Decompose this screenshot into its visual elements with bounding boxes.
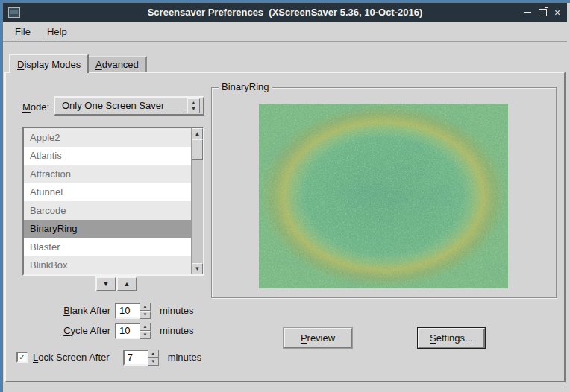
spin-up-icon: ▲ — [151, 351, 155, 355]
lock-screen-label: Lock Screen After — [33, 352, 110, 363]
list-item-selected[interactable]: BinaryRing — [24, 220, 191, 238]
list-item[interactable]: Atlantis — [24, 147, 191, 165]
check-icon: ✓ — [19, 353, 25, 361]
preview-button-label: Preview — [301, 332, 335, 344]
list-item[interactable]: BlinkBox — [24, 256, 191, 275]
cycle-after-row: Cycle After ▲ ▼ minutes — [16, 322, 194, 339]
spin-down-button[interactable]: ▼ — [140, 331, 151, 339]
list-move-buttons: ▼ ▲ — [95, 276, 137, 291]
close-icon: × — [554, 7, 560, 19]
tab-advanced[interactable]: Advanced — [87, 56, 147, 72]
spin-up-icon: ▲ — [143, 304, 148, 309]
preview-frame-label: BinaryRing — [219, 81, 272, 92]
list-item-label: Blaster — [30, 241, 60, 253]
lock-screen-input[interactable] — [123, 350, 148, 366]
list-item[interactable]: Barcode — [24, 201, 191, 220]
list-scrollbar[interactable]: ▲ ▼ — [191, 128, 203, 274]
up-arrow-icon: ▲ — [124, 280, 131, 288]
list-item-label: Atunnel — [30, 186, 63, 197]
settings-button-label: Settings... — [430, 332, 473, 344]
screensaver-rows: Apple2 Atlantis Attraction Atunnel Barco… — [24, 128, 191, 274]
spin-up-button[interactable]: ▲ — [140, 303, 151, 311]
tab-display-modes[interactable]: Display Modes — [9, 54, 89, 73]
spin-down-button[interactable]: ▼ — [148, 358, 159, 366]
lock-screen-spinbox: ▲ ▼ — [123, 350, 159, 366]
scrollbar-track[interactable] — [192, 160, 203, 263]
list-item-label: Atlantis — [30, 150, 62, 161]
tab-label: Display Modes — [17, 59, 81, 70]
tab-label: Advanced — [95, 59, 139, 70]
list-item-label: Apple2 — [30, 132, 60, 143]
blank-after-stepper: ▲ ▼ — [140, 303, 151, 319]
lock-screen-row: ✓ Lock Screen After ▲ ▼ minutes — [16, 349, 201, 366]
list-item-label: BinaryRing — [30, 223, 78, 234]
list-item[interactable]: Attraction — [24, 165, 191, 183]
mode-select[interactable]: Only One Screen Saver ▲ ▼ — [54, 96, 204, 116]
menu-item-help[interactable]: Help — [39, 24, 75, 39]
move-down-button[interactable]: ▼ — [95, 276, 116, 291]
screensaver-list: Apple2 Atlantis Attraction Atunnel Barco… — [22, 127, 204, 276]
display-modes-panel: Mode: Only One Screen Saver ▲ ▼ Apple2 A… — [4, 72, 566, 382]
restore-button[interactable] — [535, 5, 550, 20]
blank-after-label: Blank After — [16, 305, 110, 316]
xscreensaver-window: Screensaver Preferences (XScreenSaver 5.… — [0, 0, 570, 392]
spin-up-icon: ▲ — [143, 324, 148, 329]
list-item-label: BlinkBox — [30, 259, 68, 271]
blank-after-row: Blank After ▲ ▼ minutes — [16, 302, 194, 319]
lock-screen-checkbox[interactable]: ✓ — [16, 352, 28, 363]
scroll-down-icon: ▼ — [195, 265, 201, 272]
scrollbar-thumb[interactable] — [192, 139, 203, 160]
chevron-down-icon: ▼ — [191, 106, 196, 112]
blank-after-input[interactable] — [115, 303, 140, 319]
list-item-label: Barcode — [30, 205, 66, 216]
cycle-after-input[interactable] — [115, 323, 140, 339]
move-up-button[interactable]: ▲ — [116, 276, 137, 291]
list-item[interactable]: Apple2 — [24, 128, 191, 147]
restore-icon — [539, 9, 547, 16]
spin-up-button[interactable]: ▲ — [140, 323, 151, 331]
preview-button[interactable]: Preview — [284, 328, 352, 348]
titlebar: Screensaver Preferences (XScreenSaver 5.… — [3, 3, 567, 22]
lock-screen-stepper: ▲ ▼ — [148, 350, 159, 366]
list-item[interactable]: Atunnel — [24, 183, 191, 202]
mode-select-value: Only One Screen Saver — [60, 99, 184, 113]
minimize-icon — [524, 12, 531, 13]
scroll-up-button[interactable]: ▲ — [192, 128, 203, 139]
preview-frame: BinaryRing — [211, 87, 557, 298]
cycle-after-label: Cycle After — [16, 325, 110, 336]
spin-down-icon: ▼ — [143, 312, 148, 317]
chevron-up-icon: ▲ — [191, 100, 196, 106]
settings-button[interactable]: Settings... — [418, 328, 485, 348]
spin-down-icon: ▼ — [143, 332, 148, 337]
scroll-down-button[interactable]: ▼ — [192, 263, 203, 274]
preview-image — [259, 104, 508, 288]
window-controls: × — [520, 3, 565, 22]
list-item[interactable]: Blaster — [24, 238, 191, 256]
menu-item-file[interactable]: File — [7, 24, 39, 39]
close-button[interactable]: × — [550, 5, 565, 20]
spin-up-button[interactable]: ▲ — [148, 350, 159, 358]
blank-after-spinbox: ▲ ▼ — [115, 303, 151, 319]
spin-down-button[interactable]: ▼ — [140, 311, 151, 319]
mode-select-stepper: ▲ ▼ — [187, 98, 200, 113]
cycle-after-spinbox: ▲ ▼ — [115, 323, 151, 339]
mode-label: Mode: — [22, 101, 49, 113]
scroll-up-icon: ▲ — [195, 130, 201, 137]
cycle-after-stepper: ▲ ▼ — [140, 323, 151, 339]
spin-down-icon: ▼ — [151, 359, 155, 364]
list-item-label: Attraction — [30, 168, 71, 180]
down-arrow-icon: ▼ — [103, 280, 110, 288]
menubar: File Help — [3, 22, 567, 42]
window-menu-icon[interactable] — [8, 7, 20, 18]
cycle-after-unit: minutes — [160, 325, 194, 336]
lock-screen-unit: minutes — [168, 352, 202, 363]
window-title: Screensaver Preferences (XScreenSaver 5.… — [3, 7, 567, 18]
minimize-button[interactable] — [520, 5, 535, 20]
blank-after-unit: minutes — [160, 305, 194, 316]
